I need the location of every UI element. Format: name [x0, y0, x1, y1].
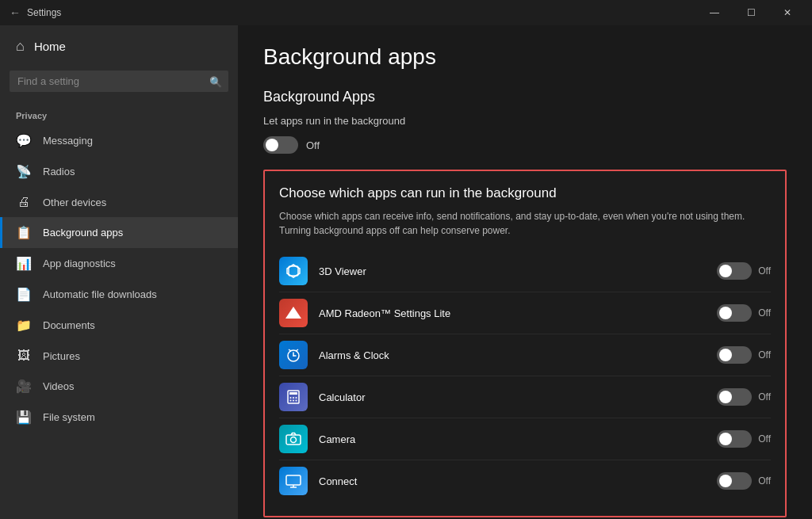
app-toggle-calculator[interactable] [717, 388, 752, 406]
app-body: ⌂ Home 🔍 Privacy 💬 Messaging 📡 Radios 🖨 … [0, 25, 812, 519]
section1-toggle-label: Off [306, 139, 320, 151]
choose-apps-title: Choose which apps can run in the backgro… [279, 185, 771, 201]
list-item: Alarms & Clock Off [279, 334, 771, 376]
sidebar-item-background-apps[interactable]: 📋 Background apps [0, 217, 238, 248]
choose-apps-desc: Choose which apps can receive info, send… [279, 209, 771, 238]
list-item: AMD Radeon™ Settings Lite Off [279, 292, 771, 334]
title-bar: ← Settings — ☐ ✕ [0, 0, 812, 25]
app-toggle-area-camera: Off [717, 430, 771, 448]
app-icon-connect [279, 467, 308, 495]
background-apps-icon: 📋 [16, 225, 32, 240]
svg-point-12 [296, 397, 297, 399]
title-bar-controls: — ☐ ✕ [696, 0, 806, 25]
svg-line-6 [289, 349, 291, 351]
app-toggle-label-amd: Off [758, 307, 771, 319]
app-name-amd: AMD Radeon™ Settings Lite [319, 307, 717, 319]
section1-title: Background Apps [263, 89, 787, 105]
list-item: 3D Viewer Off [279, 250, 771, 292]
sidebar-item-videos[interactable]: 🎥 Videos [0, 371, 238, 402]
app-name-connect: Connect [319, 475, 717, 487]
sidebar-item-pictures[interactable]: 🖼 Pictures [0, 341, 238, 371]
sidebar-item-messaging-label: Messaging [43, 135, 93, 147]
app-toggle-connect[interactable] [717, 472, 752, 490]
sidebar-item-messaging[interactable]: 💬 Messaging [0, 125, 238, 156]
svg-point-13 [290, 400, 292, 402]
videos-icon: 🎥 [16, 379, 32, 394]
app-toggle-area-3dviewer: Off [717, 262, 771, 280]
app-diagnostics-icon: 📊 [16, 256, 32, 271]
maximize-button[interactable]: ☐ [733, 0, 769, 25]
title-bar-text: Settings [27, 7, 61, 18]
main-content: Background apps Background Apps Let apps… [238, 25, 812, 519]
sidebar: ⌂ Home 🔍 Privacy 💬 Messaging 📡 Radios 🖨 … [0, 25, 238, 519]
auto-file-downloads-icon: 📄 [16, 287, 32, 302]
app-icon-camera [279, 425, 308, 453]
app-toggle-area-calculator: Off [717, 388, 771, 406]
list-item: Camera Off [279, 418, 771, 460]
app-icon-calculator [279, 383, 308, 411]
sidebar-item-auto-file-downloads-label: Automatic file downloads [43, 288, 157, 300]
sidebar-item-auto-file-downloads[interactable]: 📄 Automatic file downloads [0, 279, 238, 310]
app-name-3dviewer: 3D Viewer [319, 265, 717, 277]
page-title: Background apps [263, 44, 787, 70]
svg-line-7 [296, 349, 298, 351]
sidebar-section-label: Privacy [0, 101, 238, 125]
sidebar-item-home[interactable]: ⌂ Home [0, 25, 238, 67]
title-bar-left: ← Settings [10, 6, 61, 19]
back-icon[interactable]: ← [10, 6, 21, 19]
close-button[interactable]: ✕ [769, 0, 806, 25]
svg-point-14 [293, 400, 294, 402]
app-icon-3dviewer [279, 257, 308, 285]
sidebar-home-label: Home [34, 40, 66, 53]
sidebar-search: 🔍 [10, 71, 228, 92]
sidebar-item-radios-label: Radios [43, 166, 75, 177]
list-item: Calculator Off [279, 376, 771, 418]
sidebar-item-documents-label: Documents [43, 319, 95, 331]
pictures-icon: 🖼 [16, 349, 32, 363]
sidebar-item-file-system-label: File system [43, 411, 95, 423]
svg-rect-9 [289, 392, 297, 395]
app-toggle-area-amd: Off [717, 304, 771, 322]
sidebar-item-documents[interactable]: 📁 Documents [0, 310, 238, 341]
app-toggle-label-calculator: Off [758, 391, 771, 403]
sidebar-item-radios[interactable]: 📡 Radios [0, 156, 238, 187]
svg-rect-0 [289, 266, 298, 276]
sidebar-item-file-system[interactable]: 💾 File system [0, 402, 238, 433]
messaging-icon: 💬 [16, 133, 32, 148]
choose-apps-box: Choose which apps can run in the backgro… [263, 170, 787, 517]
app-toggle-label-alarms: Off [758, 349, 771, 361]
search-input[interactable] [10, 71, 228, 92]
documents-icon: 📁 [16, 318, 32, 333]
background-apps-master-toggle[interactable] [263, 136, 298, 154]
svg-point-10 [290, 397, 292, 399]
app-name-calculator: Calculator [319, 391, 717, 403]
app-toggle-label-3dviewer: Off [758, 265, 771, 277]
svg-marker-2 [285, 307, 301, 319]
app-toggle-3dviewer[interactable] [717, 262, 752, 280]
app-toggle-amd[interactable] [717, 304, 752, 322]
sidebar-item-videos-label: Videos [43, 380, 75, 392]
sidebar-item-app-diagnostics-label: App diagnostics [43, 258, 116, 269]
section1-desc: Let apps run in the background [263, 115, 787, 127]
minimize-button[interactable]: — [696, 0, 733, 25]
section1-toggle-row: Off [263, 136, 787, 154]
app-toggle-alarms[interactable] [717, 346, 752, 364]
app-name-camera: Camera [319, 433, 717, 445]
search-icon: 🔍 [209, 75, 222, 87]
sidebar-item-other-devices-label: Other devices [43, 197, 106, 208]
app-toggle-area-alarms: Off [717, 346, 771, 364]
app-name-alarms: Alarms & Clock [319, 349, 717, 361]
app-toggle-camera[interactable] [717, 430, 752, 448]
sidebar-item-background-apps-label: Background apps [43, 227, 123, 239]
list-item: Connect Off [279, 460, 771, 502]
radios-icon: 📡 [16, 164, 32, 179]
app-icon-alarms [279, 341, 308, 369]
app-toggle-label-camera: Off [758, 433, 771, 445]
sidebar-item-app-diagnostics[interactable]: 📊 App diagnostics [0, 248, 238, 279]
sidebar-item-pictures-label: Pictures [43, 350, 80, 362]
home-icon: ⌂ [16, 38, 25, 55]
app-toggle-label-connect: Off [758, 475, 771, 487]
svg-point-11 [293, 397, 294, 399]
sidebar-item-other-devices[interactable]: 🖨 Other devices [0, 187, 238, 217]
svg-rect-18 [286, 475, 301, 485]
